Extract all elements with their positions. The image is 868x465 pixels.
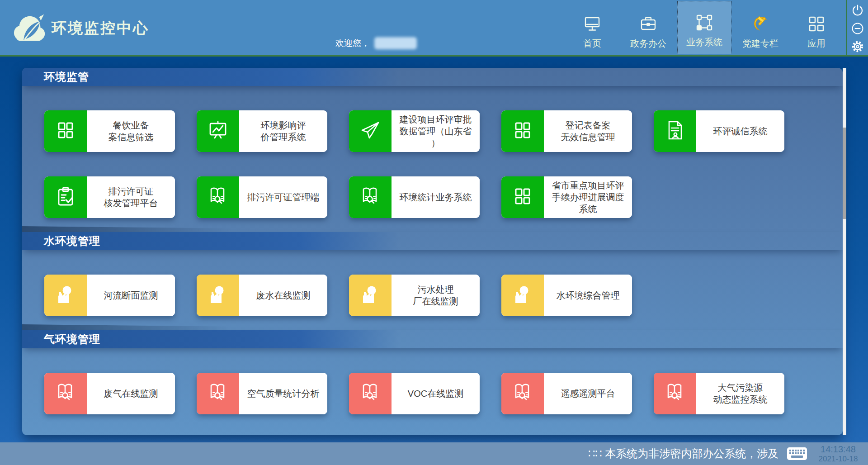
book-search-icon [207,185,229,209]
keyboard-icon[interactable] [787,446,807,461]
tile-icon-box [349,373,392,414]
tile-label: 大气污染源 动态监控系统 [696,373,784,414]
header-bar: 环境监控中心 欢迎您， 首页政务办公业务系统党建专栏应用 [0,0,868,57]
time-label: 14:13:48 [821,444,856,455]
welcome-prefix: 欢迎您， [335,38,370,49]
section-env-supervision: 环境监管餐饮业备 案信息筛选环境影响评 价管理系统建设项目环评审批 数据管理（山… [22,68,843,218]
nav-item-apps[interactable]: 应用 [793,0,840,55]
tile-label: 环境统计业务系统 [392,176,480,218]
tile-icon-box [501,275,544,316]
system-tile[interactable]: 废水在线监测 [197,275,327,316]
grid-icon [512,185,533,209]
tile-label: 水环境综合管理 [544,275,632,316]
board-chart-icon [207,119,229,143]
tile-icon-box [197,373,239,414]
tile-label: 登记表备案 无效信息管理 [544,110,632,152]
tile-label: 污水处理 厂在线监测 [392,275,480,316]
system-tile[interactable]: VOC在线监测 [349,373,480,414]
systems-panel: 环境监管餐饮业备 案信息筛选环境影响评 价管理系统建设项目环评审批 数据管理（山… [22,68,843,435]
system-tile[interactable]: 环境影响评 价管理系统 [197,110,327,152]
system-tile[interactable]: 建设项目环评审批 数据管理（山东省 ） [349,110,480,152]
system-tile[interactable]: 环评诚信系统 [654,110,784,152]
system-tile[interactable]: 大气污染源 动态监控系统 [654,373,784,414]
clock: 14:13:48 2021-10-18 [815,444,862,464]
notice-marquee: ∷∷ 本系统为非涉密内部办公系统，涉及国 [588,446,779,461]
section-header: 环境监管 [22,68,843,86]
power-icon [851,11,864,19]
nav-item-business-systems[interactable]: 业务系统 [677,1,731,54]
factory-icon [207,284,229,307]
tile-label: VOC在线监测 [392,373,480,414]
section-title: 气环境管理 [44,332,100,346]
party-emblem-icon [751,15,769,33]
nav-item-gov-office[interactable]: 政务办公 [625,0,671,55]
nav-item-label: 首页 [583,38,601,50]
tile-icon-box [349,275,392,316]
notice-text: ∷∷ 本系统为非涉密内部办公系统，涉及国 [588,447,779,460]
tile-label: 省市重点项目环评 手续办理进展调度 系统 [544,176,632,218]
tile-icon-box [197,176,239,218]
system-tile[interactable]: 排污许可证管理端 [197,176,327,218]
tile-row: 排污许可证 核发管理平台排污许可证管理端环境统计业务系统省市重点项目环评 手续办… [22,176,843,218]
book-search-icon [359,382,381,405]
window-controls [846,0,868,55]
system-tile[interactable]: 餐饮业备 案信息筛选 [44,110,175,152]
tile-icon-box [654,110,696,152]
book-search-icon [664,382,686,405]
settings-button[interactable] [851,40,864,53]
settings-gear-icon [851,47,864,55]
system-tile[interactable]: 水环境综合管理 [501,275,632,316]
section-water-env-management: 水环境管理河流断面监测废水在线监测污水处理 厂在线监测水环境综合管理 [22,232,843,316]
tile-icon-box [44,176,87,218]
power-button[interactable] [851,4,864,17]
scrollbar-track[interactable] [843,68,846,435]
nav-item-label: 政务办公 [630,38,666,50]
nav-item-label: 党建专栏 [742,38,778,50]
briefcase-icon [639,15,657,33]
tile-icon-box [44,275,87,316]
tile-icon-box [501,176,544,218]
date-label: 2021-10-18 [819,455,858,464]
system-tile[interactable]: 排污许可证 核发管理平台 [44,176,175,218]
tile-icon-box [349,110,392,152]
system-tile[interactable]: 环境统计业务系统 [349,176,480,218]
factory-icon [55,284,76,307]
paper-plane-icon [359,119,381,143]
system-tile[interactable]: 遥感遥测平台 [501,373,632,414]
nav-item-label: 应用 [807,38,826,50]
grid-icon [55,119,76,143]
apps-grid-icon [807,15,826,33]
monitor-icon [583,15,601,33]
tile-label: 遥感遥测平台 [544,373,632,414]
minimize-button[interactable] [851,22,864,35]
system-tile[interactable]: 登记表备案 无效信息管理 [501,110,632,152]
scrollbar-thumb[interactable] [843,128,846,219]
system-tile[interactable]: 污水处理 厂在线监测 [349,275,480,316]
tile-icon-box [197,110,239,152]
minimize-icon [851,29,864,37]
factory-icon [359,284,381,307]
system-tile[interactable]: 空气质量统计分析 [197,373,327,414]
system-tile[interactable]: 废气在线监测 [44,373,175,414]
tile-row: 餐饮业备 案信息筛选环境影响评 价管理系统建设项目环评审批 数据管理（山东省 ）… [22,110,843,152]
app-title: 环境监控中心 [52,18,149,38]
book-search-icon [207,382,229,405]
cloud-leaf-logo-icon [12,10,47,45]
tile-icon-box [501,110,544,152]
book-search-icon [512,382,533,405]
tile-row: 河流断面监测废水在线监测污水处理 厂在线监测水环境综合管理 [22,275,843,316]
welcome-message: 欢迎您， [335,37,417,49]
book-search-icon [359,185,381,209]
system-tile[interactable]: 省市重点项目环评 手续办理进展调度 系统 [501,176,632,218]
main-nav: 首页政务办公业务系统党建专栏应用 [564,0,844,55]
nav-item-home[interactable]: 首页 [569,0,615,55]
section-title: 环境监管 [44,70,89,84]
system-tile[interactable]: 河流断面监测 [44,275,175,316]
tile-label: 空气质量统计分析 [239,373,327,414]
status-bar: ∷∷ 本系统为非涉密内部办公系统，涉及国 14:13:48 2021-10-18 [0,442,868,465]
nodes-icon [695,14,713,32]
tile-label: 废水在线监测 [239,275,327,316]
tile-label: 排污许可证 核发管理平台 [87,176,175,218]
tile-icon-box [349,176,392,218]
nav-item-party-building[interactable]: 党建专栏 [737,0,783,55]
